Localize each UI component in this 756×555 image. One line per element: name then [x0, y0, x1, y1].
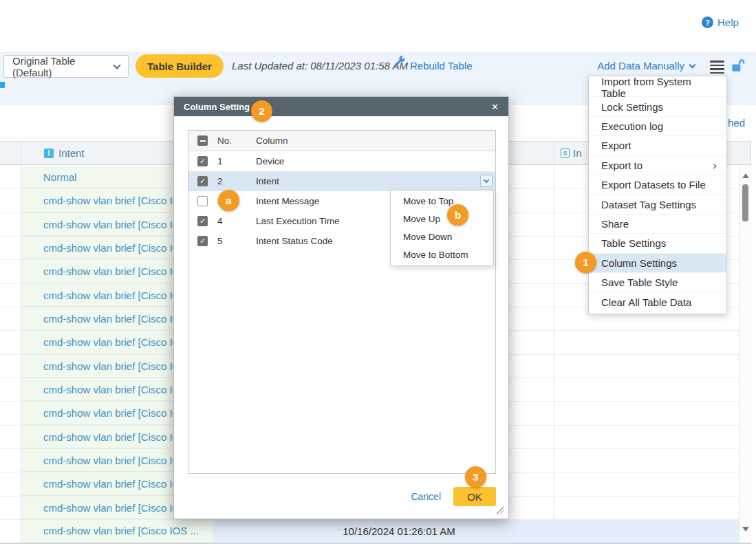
menu-item-label: Share	[601, 218, 629, 230]
table-bottom-border	[0, 543, 751, 544]
ok-button[interactable]: OK	[453, 487, 496, 506]
menu-item[interactable]: Export Datasets to File ›	[589, 175, 726, 195]
scrollbar-thumb[interactable]	[742, 184, 748, 221]
row-actions-dropdown-button[interactable]	[480, 175, 493, 187]
menu-item[interactable]: Import from System Table ›	[589, 78, 726, 97]
rebuild-table-link[interactable]: Rebuild Table	[410, 60, 473, 72]
last-execution-time-cell: 10/16/2024 01:26:01 AM	[227, 520, 571, 543]
column-checkbox[interactable]	[197, 156, 208, 166]
column-number: 5	[217, 236, 256, 246]
context-menu-item-label: Move Down	[403, 232, 452, 242]
menu-item[interactable]: Clear All Table Data ›	[589, 292, 726, 312]
column-number: 4	[217, 216, 256, 226]
menu-item-label: Export	[601, 140, 631, 151]
menu-item[interactable]: Export to ›	[589, 156, 726, 175]
column-list-table: No. Column 1 Device 2 Intent	[188, 130, 496, 474]
submenu-arrow-icon: ›	[713, 160, 717, 171]
help-link[interactable]: ? Help	[702, 17, 739, 28]
dialog-header[interactable]: Column Setting ✕	[174, 97, 508, 116]
menu-item-label: Table Settings	[601, 237, 666, 249]
column-checkbox[interactable]	[197, 196, 208, 206]
context-menu-item-label: Move to Bottom	[403, 250, 468, 260]
menu-item-label: Clear All Table Data	[601, 296, 691, 308]
menu-item-label: Save Table Style	[601, 276, 678, 288]
intent-type-icon: I	[44, 149, 54, 158]
no-column-header: No.	[217, 135, 256, 146]
chevron-down-icon	[484, 177, 489, 182]
menu-item[interactable]: Column Settings ›	[589, 254, 726, 273]
menu-item[interactable]: Execution log ›	[589, 117, 726, 136]
menu-item[interactable]: Lock Settings ›	[589, 97, 726, 116]
column-divider	[21, 141, 21, 543]
select-all-checkbox[interactable]	[197, 135, 208, 146]
chevron-down-icon	[689, 61, 696, 68]
menu-item[interactable]: Export ›	[589, 136, 726, 155]
menu-item-label: Export to	[601, 160, 642, 171]
left-edge-marker	[0, 82, 5, 88]
vertical-scrollbar[interactable]	[739, 165, 751, 543]
help-label: Help	[717, 17, 739, 28]
column-checkbox[interactable]	[197, 236, 208, 246]
cancel-button[interactable]: Cancel	[411, 491, 441, 502]
menu-item-label: Import from System Table	[601, 76, 717, 99]
dialog-footer: Cancel OK	[411, 487, 496, 506]
scrollbar-down-icon[interactable]	[742, 527, 749, 532]
column-setting-dialog: Column Setting ✕ No. Column 1 Device	[173, 96, 509, 519]
table-options-menu: Import from System Table › Lock Settings…	[588, 76, 727, 314]
annotation-badge-2: 2	[251, 100, 272, 122]
help-icon: ?	[702, 17, 713, 28]
unlock-icon[interactable]	[730, 58, 746, 76]
menu-item-label: Column Settings	[601, 257, 677, 269]
column-row[interactable]: 1 Device	[188, 151, 495, 171]
menu-item[interactable]: Table Settings ›	[589, 234, 726, 253]
last-updated-text: Last Updated at: 08/11/2023 01:58 AM	[232, 60, 408, 72]
wrench-icon	[393, 55, 406, 70]
hamburger-menu-icon[interactable]	[710, 61, 724, 76]
status-column-header[interactable]: S In	[561, 142, 582, 164]
menu-item[interactable]: Save Table Style ›	[589, 273, 726, 292]
annotation-badge-a: a	[218, 190, 239, 211]
app-window: ? Help Original Table (Default) Table Bu…	[0, 0, 756, 555]
context-menu-item[interactable]: Move to Top	[391, 193, 493, 210]
column-row[interactable]: 2 Intent	[188, 171, 495, 191]
column-divider	[554, 141, 554, 543]
annotation-badge-b: b	[447, 204, 468, 226]
menu-item-label: Execution log	[601, 120, 663, 132]
context-menu-item-label: Move to Top	[403, 196, 453, 206]
menu-item[interactable]: Dataset Tag Settings ›	[589, 195, 726, 214]
column-number: 1	[217, 156, 256, 166]
context-menu-item[interactable]: Move to Bottom	[391, 246, 493, 263]
scrollbar-up-icon[interactable]	[742, 173, 749, 178]
menu-item-label: Export Datasets to File	[601, 179, 706, 191]
string-type-icon: S	[561, 149, 570, 157]
column-number: 2	[217, 176, 256, 186]
column-column-header: Column	[256, 135, 495, 146]
column-list-header: No. Column	[188, 131, 495, 151]
context-menu-item[interactable]: Move Up	[391, 210, 493, 228]
context-menu-item[interactable]: Move Down	[391, 228, 493, 246]
menu-item-label: Lock Settings	[601, 101, 663, 113]
menu-item-label: Dataset Tag Settings	[601, 199, 696, 210]
add-data-manually-label: Add Data Manually	[597, 60, 684, 72]
intent-cell-link[interactable]: cmd-show vlan brief [Cisco IOS ...	[21, 520, 213, 542]
add-data-manually-dropdown[interactable]: Add Data Manually	[588, 60, 695, 72]
annotation-badge-3: 3	[465, 466, 486, 488]
close-icon[interactable]: ✕	[491, 102, 499, 112]
column-name: Device	[256, 156, 495, 166]
menu-item[interactable]: Share ›	[589, 215, 726, 234]
column-name: Intent	[256, 176, 495, 186]
table-builder-button[interactable]: Table Builder	[136, 54, 224, 78]
partial-hidden-link[interactable]: hed	[728, 117, 745, 129]
table-style-select[interactable]: Original Table (Default)	[3, 55, 129, 78]
table-row-last: cmd-show vlan brief [Cisco IOS ... 10/16…	[0, 520, 739, 543]
annotation-badge-1: 1	[575, 252, 596, 273]
resize-handle[interactable]	[497, 507, 504, 514]
column-checkbox[interactable]	[197, 216, 208, 226]
column-checkbox[interactable]	[197, 176, 208, 186]
move-context-menu: Move to Top Move Up Move Down Move to Bo…	[390, 190, 494, 266]
intent-column-label: Intent	[58, 147, 85, 159]
table-style-selected-value: Original Table (Default)	[12, 55, 114, 78]
context-menu-item-label: Move Up	[403, 214, 440, 224]
intent-column-header[interactable]: I Intent	[44, 142, 85, 164]
intent-cell: cmd-show vlan brief [Cisco IOS ...	[21, 520, 213, 543]
